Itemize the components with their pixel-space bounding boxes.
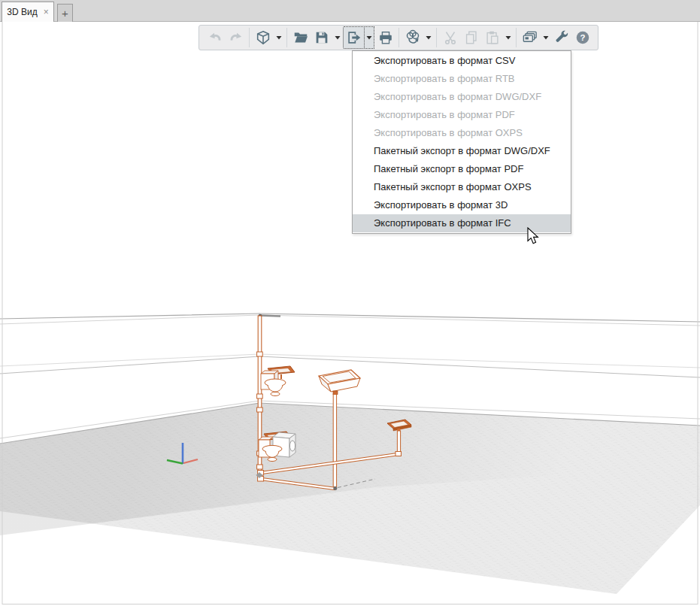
wrench-icon xyxy=(553,29,570,46)
export-menu: Экспортировать в формат CSV Экспортирова… xyxy=(352,50,571,234)
collaboration-sync-button[interactable] xyxy=(402,27,423,48)
save-floppy-icon xyxy=(314,29,330,46)
menu-item-export-ifc[interactable]: Экспортировать в формат IFC xyxy=(353,214,571,232)
menu-item-batch-export-oxps[interactable]: Пакетный экспорт в формат OXPS xyxy=(353,178,571,196)
undo-icon xyxy=(207,29,223,46)
menu-item-export-oxps[interactable]: Экспортировать в формат OXPS xyxy=(353,124,571,142)
save-dropdown[interactable] xyxy=(332,27,342,48)
save-button[interactable] xyxy=(311,27,332,48)
print-button[interactable] xyxy=(375,27,395,48)
open-folder-icon xyxy=(292,29,309,46)
toolbar-separator xyxy=(436,28,437,47)
printer-icon xyxy=(377,29,394,46)
scissors-icon xyxy=(442,29,459,46)
menu-item-batch-export-pdf[interactable]: Пакетный экспорт в формат PDF xyxy=(353,160,571,178)
svg-text:?: ? xyxy=(580,33,585,42)
copy-icon xyxy=(463,29,480,46)
chevron-down-icon xyxy=(366,35,372,40)
cut-button[interactable] xyxy=(440,27,460,48)
3d-view-dropdown[interactable] xyxy=(274,27,283,48)
export-split-button xyxy=(343,26,374,49)
basin-drain-pipe xyxy=(333,395,336,487)
sync-sphere-icon xyxy=(404,29,422,47)
tab-bar: 3D Вид × + xyxy=(0,0,700,22)
chevron-down-icon xyxy=(426,35,432,40)
tab-close-icon[interactable]: × xyxy=(44,8,49,17)
redo-icon xyxy=(228,29,244,46)
tab-title: 3D Вид xyxy=(7,7,37,17)
3d-cube-icon xyxy=(255,29,271,46)
cascade-windows-icon xyxy=(521,29,538,47)
chevron-down-icon xyxy=(543,35,549,40)
toolbar-separator xyxy=(249,28,250,47)
toolbar-separator xyxy=(398,28,399,47)
open-project-button[interactable] xyxy=(290,27,311,48)
menu-item-export-csv[interactable]: Экспортировать в формат CSV xyxy=(353,52,571,70)
chevron-down-icon xyxy=(505,35,511,40)
menu-item-export-pdf[interactable]: Экспортировать в формат PDF xyxy=(353,106,571,124)
help-icon: ? xyxy=(574,29,591,46)
tab-3d-view[interactable]: 3D Вид × xyxy=(2,2,54,22)
copy-button[interactable] xyxy=(461,27,481,48)
menu-item-batch-export-dwg-dxf[interactable]: Пакетный экспорт в формат DWG/DXF xyxy=(353,142,571,160)
toilet-upper xyxy=(261,366,295,396)
toolbar-separator xyxy=(286,28,287,47)
chevron-down-icon xyxy=(335,35,341,40)
paste-dropdown[interactable] xyxy=(503,27,513,48)
settings-button[interactable] xyxy=(551,27,571,48)
3d-view-button[interactable] xyxy=(253,27,273,48)
paste-button[interactable] xyxy=(482,27,502,48)
new-tab-button[interactable]: + xyxy=(57,4,73,22)
menu-item-export-3d[interactable]: Экспортировать в формат 3D xyxy=(353,196,571,214)
redo-button[interactable] xyxy=(226,27,246,48)
export-dropdown[interactable] xyxy=(365,26,374,49)
paste-icon xyxy=(484,29,501,46)
windows-dropdown[interactable] xyxy=(541,27,550,48)
3d-viewport[interactable] xyxy=(0,21,700,606)
help-button[interactable]: ? xyxy=(572,27,592,48)
floor-grid xyxy=(0,403,700,594)
collaboration-dropdown[interactable] xyxy=(423,27,433,48)
undo-button[interactable] xyxy=(205,27,225,48)
main-toolbar: ? xyxy=(198,25,598,50)
menu-item-export-dwg-dxf[interactable]: Экспортировать в формат DWG/DXF xyxy=(353,88,571,106)
windows-cascade-button[interactable] xyxy=(520,27,540,48)
export-button[interactable] xyxy=(343,26,365,49)
export-icon xyxy=(346,29,362,46)
chevron-down-icon xyxy=(276,35,282,40)
toolbar-separator xyxy=(516,28,517,47)
menu-item-export-rtb[interactable]: Экспортировать в формат RTB xyxy=(353,70,571,88)
